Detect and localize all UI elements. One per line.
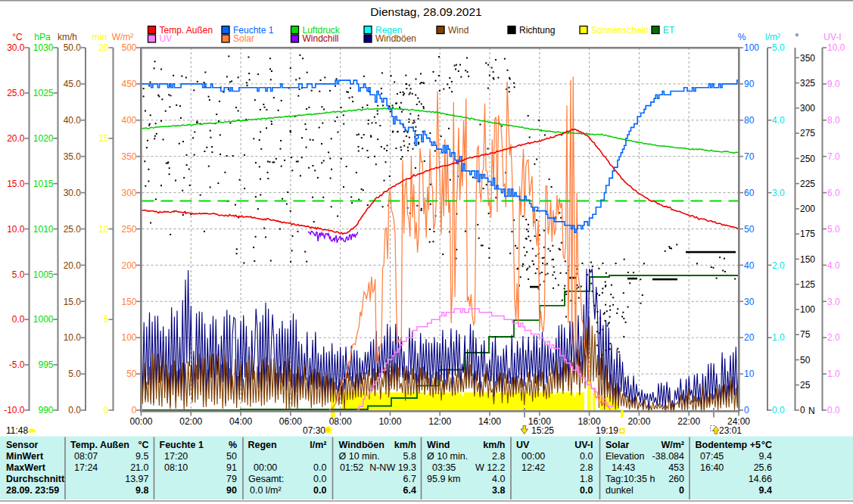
- svg-text:6.0: 6.0: [827, 188, 840, 198]
- svg-text:50: 50: [744, 224, 755, 235]
- svg-text:1.8: 1.8: [580, 474, 593, 484]
- svg-text:km/h: km/h: [58, 32, 77, 42]
- svg-text:400: 400: [121, 115, 136, 126]
- svg-text:4.0: 4.0: [827, 260, 840, 271]
- svg-text:150: 150: [800, 254, 815, 265]
- svg-text:5: 5: [104, 314, 109, 325]
- svg-text:W/m²: W/m²: [112, 32, 134, 42]
- svg-text:9.4: 9.4: [759, 485, 772, 496]
- svg-text:Wind: Wind: [448, 25, 469, 36]
- svg-text:1005: 1005: [33, 269, 54, 280]
- svg-text:13.97: 13.97: [125, 474, 148, 484]
- svg-text:453: 453: [668, 462, 684, 473]
- svg-text:06:00: 06:00: [279, 416, 302, 427]
- svg-text:95.9 km: 95.9 km: [427, 474, 460, 484]
- svg-text:0.0: 0.0: [313, 462, 326, 473]
- svg-text:Sensor: Sensor: [6, 440, 39, 450]
- svg-text:Solar: Solar: [606, 440, 629, 450]
- svg-text:°C: °C: [12, 32, 23, 42]
- svg-text:275: 275: [800, 128, 815, 138]
- svg-text:4.0: 4.0: [492, 474, 505, 484]
- svg-text:10: 10: [744, 369, 755, 379]
- svg-text:100: 100: [121, 332, 136, 343]
- svg-text:17:20: 17:20: [164, 451, 188, 462]
- svg-text:l/m²: l/m²: [765, 32, 780, 42]
- svg-text:50.0: 50.0: [64, 42, 82, 53]
- svg-text:25.0: 25.0: [7, 88, 25, 98]
- svg-text:08:00: 08:00: [329, 416, 352, 427]
- svg-text:20: 20: [98, 42, 109, 53]
- svg-text:1.0: 1.0: [772, 332, 785, 343]
- svg-text:08:10: 08:10: [164, 462, 188, 473]
- svg-text:1020: 1020: [33, 133, 54, 144]
- svg-text:Ø 10 min.: Ø 10 min.: [427, 451, 468, 462]
- svg-text:5.0: 5.0: [827, 224, 840, 235]
- svg-text:79: 79: [226, 474, 237, 484]
- svg-text:Windböen: Windböen: [375, 33, 416, 44]
- svg-text:30.0: 30.0: [64, 188, 82, 198]
- svg-text:01:52: 01:52: [340, 462, 363, 473]
- svg-text:hPa: hPa: [34, 32, 51, 42]
- svg-text:ET: ET: [663, 25, 675, 36]
- svg-text:100: 100: [744, 42, 759, 53]
- svg-text:14.66: 14.66: [749, 474, 772, 484]
- svg-text:100: 100: [800, 304, 815, 315]
- svg-text:km/h: km/h: [394, 440, 416, 450]
- svg-text:2.8: 2.8: [580, 462, 593, 473]
- svg-text:40: 40: [744, 260, 755, 271]
- svg-text:21.0: 21.0: [130, 462, 148, 473]
- svg-text:250: 250: [121, 224, 136, 235]
- svg-text:-5.0: -5.0: [9, 359, 25, 370]
- svg-text:dunkel: dunkel: [606, 485, 634, 496]
- svg-text:90: 90: [226, 485, 237, 496]
- svg-text:5.8: 5.8: [403, 451, 416, 462]
- svg-text:450: 450: [121, 79, 136, 89]
- svg-text:15.0: 15.0: [7, 179, 25, 189]
- svg-text:6.4: 6.4: [403, 485, 416, 496]
- svg-text:03:35: 03:35: [432, 462, 456, 473]
- svg-text:W/m²: W/m²: [661, 440, 684, 450]
- svg-text:°: °: [795, 32, 799, 42]
- svg-text:2.0: 2.0: [772, 260, 785, 271]
- svg-text:12:42: 12:42: [521, 462, 545, 473]
- svg-text:260: 260: [668, 474, 684, 484]
- svg-text:225: 225: [800, 179, 815, 189]
- svg-text:3.0: 3.0: [772, 188, 785, 198]
- svg-text:45.0: 45.0: [64, 79, 82, 89]
- svg-text:60: 60: [744, 188, 755, 198]
- svg-text:1010: 1010: [33, 224, 54, 235]
- svg-text:995: 995: [38, 359, 53, 370]
- svg-text:17:24: 17:24: [74, 462, 98, 473]
- svg-text:1015: 1015: [33, 179, 54, 189]
- svg-text:300: 300: [800, 103, 815, 114]
- svg-text:0.0: 0.0: [12, 314, 25, 325]
- svg-text:1030: 1030: [33, 42, 54, 53]
- svg-text:22:00: 22:00: [677, 416, 700, 427]
- svg-text:30.0: 30.0: [7, 42, 25, 53]
- svg-text:0.0: 0.0: [827, 405, 840, 415]
- svg-text:Dienstag, 28.09.2021: Dienstag, 28.09.2021: [370, 5, 481, 18]
- svg-text:%: %: [229, 440, 237, 450]
- svg-text:28.09. 23:59: 28.09. 23:59: [6, 485, 59, 496]
- svg-text:10.0: 10.0: [827, 42, 845, 53]
- svg-text:10.0: 10.0: [7, 224, 25, 235]
- svg-text:50: 50: [800, 355, 811, 366]
- svg-text:Gesamt:: Gesamt:: [248, 474, 284, 484]
- svg-text:10: 10: [98, 224, 109, 235]
- svg-text:1000: 1000: [33, 314, 54, 325]
- svg-text:08:07: 08:07: [74, 451, 98, 462]
- svg-text:150: 150: [121, 297, 136, 307]
- svg-text:9.4: 9.4: [759, 451, 772, 462]
- svg-text:Temp. Außen: Temp. Außen: [70, 440, 129, 450]
- svg-text:07:30: 07:30: [303, 425, 325, 436]
- svg-text:00:00: 00:00: [521, 451, 545, 462]
- svg-text:0: 0: [679, 485, 684, 496]
- svg-text:6.7: 6.7: [403, 474, 416, 484]
- svg-text:15: 15: [98, 133, 109, 144]
- svg-text:-10.0: -10.0: [4, 405, 25, 415]
- svg-text:Feuchte 1: Feuchte 1: [160, 440, 204, 450]
- svg-text:14:43: 14:43: [612, 462, 635, 473]
- svg-text:350: 350: [121, 151, 136, 162]
- svg-text:90: 90: [744, 79, 755, 89]
- svg-text:3.0: 3.0: [827, 297, 840, 307]
